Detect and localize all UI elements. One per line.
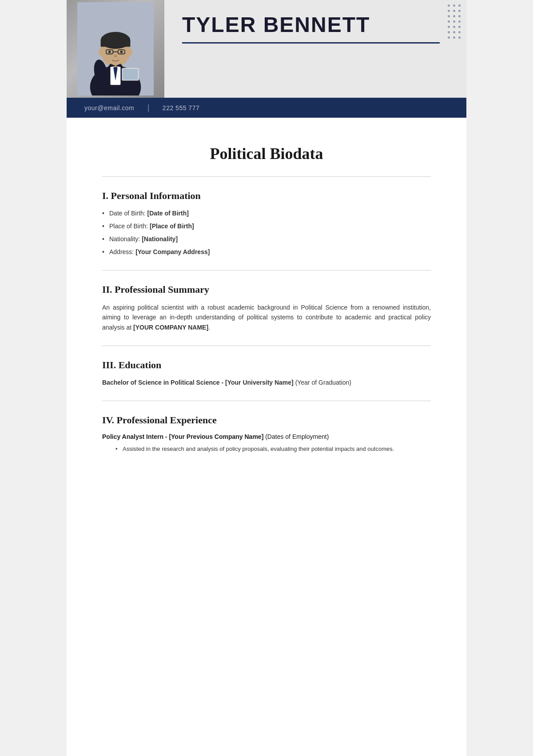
header-info: TYLER BENNETT [164, 0, 466, 98]
section-education-title: III. Education [102, 359, 431, 371]
summary-body: An aspiring political scientist with a r… [102, 302, 431, 332]
svg-rect-16 [123, 69, 138, 80]
section-experience-title: IV. Professional Experience [102, 414, 431, 426]
profile-photo [67, 0, 164, 98]
section-summary-title: II. Professional Summary [102, 284, 431, 295]
dot [448, 36, 450, 39]
list-item: Place of Birth: [Place of Birth] [102, 222, 431, 231]
contact-bar: your@email.com | 222 555 777 [67, 98, 466, 118]
divider-3 [102, 346, 431, 346]
role-bold: Policy Analyst Intern - [Your Previous C… [102, 433, 263, 440]
svg-point-11 [120, 51, 123, 53]
dot [458, 4, 461, 7]
svg-point-10 [108, 51, 111, 53]
section-personal: I. Personal Information Date of Birth: [… [102, 190, 431, 257]
experience-role: Policy Analyst Intern - [Your Previous C… [102, 433, 431, 440]
personal-info-list: Date of Birth: [Date of Birth] Place of … [102, 209, 431, 257]
dot [448, 10, 450, 12]
header: TYLER BENNETT [67, 0, 466, 98]
experience-bullets: Assisted in the research and analysis of… [115, 445, 431, 454]
divider-4 [102, 401, 431, 401]
dot [453, 36, 455, 39]
svg-point-14 [128, 49, 133, 56]
employment-dates: (Dates of Employment) [263, 433, 329, 440]
phone-contact: 222 555 777 [163, 104, 199, 111]
dot [448, 15, 450, 17]
nationality-value: [Nationality] [142, 235, 178, 243]
dot [458, 15, 461, 17]
dot [448, 31, 450, 33]
page-title: Political Biodata [102, 144, 431, 163]
page: TYLER BENNETT [67, 0, 466, 756]
dot [448, 4, 450, 7]
person-illustration [76, 2, 155, 95]
dot [453, 4, 455, 7]
section-summary: II. Professional Summary An aspiring pol… [102, 284, 431, 332]
header-divider [182, 42, 440, 44]
divider-1 [102, 176, 431, 177]
pob-value: [Place of Birth] [150, 223, 194, 230]
list-item: Date of Birth: [Date of Birth] [102, 209, 431, 218]
section-education: III. Education Bachelor of Science in Po… [102, 359, 431, 387]
email-contact: your@email.com [84, 104, 134, 111]
education-entry: Bachelor of Science in Political Science… [102, 378, 431, 387]
dot [458, 26, 461, 28]
svg-rect-6 [101, 40, 131, 47]
dot [458, 10, 461, 12]
contact-separator: | [147, 103, 149, 112]
address-value: [Your Company Address] [135, 248, 210, 255]
section-personal-title: I. Personal Information [102, 190, 431, 202]
dot [448, 26, 450, 28]
section-experience: IV. Professional Experience Policy Analy… [102, 414, 431, 454]
svg-point-12 [114, 55, 117, 57]
dot [448, 20, 450, 23]
profile-photo-area [67, 0, 164, 98]
list-item: Nationality: [Nationality] [102, 235, 431, 244]
header-name: TYLER BENNETT [182, 13, 440, 37]
main-content: Political Biodata I. Personal Informatio… [67, 118, 466, 485]
dot [458, 36, 461, 39]
dots-decoration [448, 4, 462, 40]
company-name: [YOUR COMPANY NAME] [133, 324, 208, 331]
dot [458, 31, 461, 33]
divider-2 [102, 270, 431, 271]
dot [453, 20, 455, 23]
dot [453, 10, 455, 12]
list-item: Address: [Your Company Address] [102, 247, 431, 257]
graduation-year: (Year of Graduation) [294, 379, 351, 386]
dob-value: [Date of Birth] [147, 210, 189, 217]
list-item: Assisted in the research and analysis of… [115, 445, 431, 454]
dot [453, 15, 455, 17]
svg-point-13 [99, 49, 103, 56]
dot [453, 31, 455, 33]
degree-bold: Bachelor of Science in Political Science… [102, 379, 294, 386]
dot [453, 26, 455, 28]
dot [458, 20, 461, 23]
